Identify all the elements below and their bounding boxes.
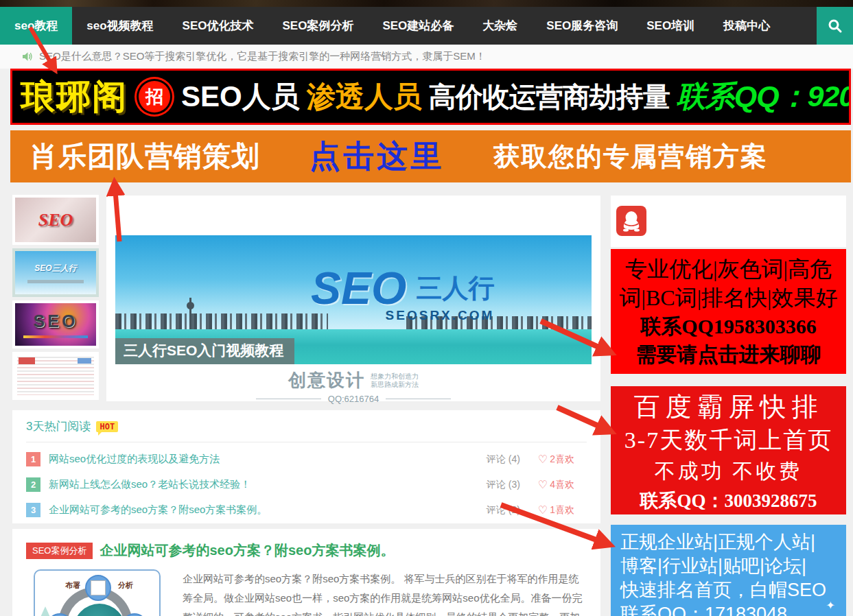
rank-badge-2: 2 <box>26 477 40 492</box>
ad-line: 不成功 不收费 <box>611 456 846 486</box>
hot-post-link-2[interactable]: 新网站上线怎么做seo？老站长说技术经验！ <box>49 478 250 491</box>
comments-link-1[interactable]: 评论 (4) <box>487 453 520 466</box>
sidebar-ad-whitehat-seo[interactable]: 正规企业站|正规个人站| 博客|行业站|贴吧|论坛| 快速排名首页，白帽SEO … <box>611 525 846 616</box>
featured-caption: 三人行SEO入门视频教程 <box>115 338 294 364</box>
thumbnail-image-serp <box>15 355 96 397</box>
hot-badge: HOT <box>96 421 118 432</box>
comments-link-2[interactable]: 评论 (3) <box>487 479 520 491</box>
thumbnail-image-seo-red: SEO <box>15 198 96 242</box>
skyline-left <box>115 313 328 331</box>
category-tag[interactable]: SEO案例分析 <box>26 543 93 559</box>
article-title-link[interactable]: 企业网站可参考的seo方案？附seo方案书案例。 <box>100 541 394 560</box>
recruit-ad-banner[interactable]: 琅琊阁 招 SEO人员 渗透人员 高价收运营商劫持量 联系QQ：9205956 <box>10 69 851 125</box>
notice-text: SEO是什么意思？SEO等于搜索引擎优化，它是基于搜索引擎的一种网络营销方式，隶… <box>39 50 486 63</box>
thumbnail-image-seo-colorful: SEO <box>15 303 96 346</box>
notice-bar: SEO是什么意思？SEO等于搜索引擎优化，它是基于搜索引擎的一种网络营销方式，隶… <box>0 45 853 69</box>
thumbnail-seo-sanrenxing-selected[interactable]: SEO三人行 <box>12 248 99 297</box>
seo-blog-homepage: seo教程 seo视频教程 SEO优化技术 SEO案例分析 SEO建站必备 大杂… <box>0 0 853 616</box>
diagram-node-top <box>85 575 111 601</box>
hot-list-item: 2 新网站上线怎么做seo？老站长说技术经验！ 评论 (3) ♡4喜欢 <box>26 472 587 497</box>
recruit-role-pentest: 渗透人员 <box>307 78 422 116</box>
thumbnail-text: SEO <box>34 311 78 331</box>
likes-link-3[interactable]: ♡1喜欢 <box>538 504 574 517</box>
marketing-team-name: 肖乐团队营销策划 <box>30 138 260 176</box>
main-nav: seo教程 seo视频教程 SEO优化技术 SEO案例分析 SEO建站必备 大杂… <box>0 7 853 45</box>
comments-link-3[interactable]: 评论 (2) <box>487 504 520 517</box>
recruit-role-seo: SEO人员 <box>181 78 300 116</box>
recruit-contact-qq: 联系QQ：9205956 <box>677 77 851 117</box>
nav-item-seo-training[interactable]: SEO培训 <box>632 7 709 45</box>
likes-link-2[interactable]: ♡4喜欢 <box>538 479 574 491</box>
thumbnail-seo-red[interactable]: SEO <box>12 195 99 245</box>
thumbnail-seo-colorful[interactable]: SEO <box>12 300 99 348</box>
watermark-tagline-1: 想象力和创造力 <box>371 372 419 381</box>
seosrx-logo: SEO 三人行 SEOSRX.COM <box>311 265 494 323</box>
ad-contact-qq: 联系QQ1958303366 <box>611 312 846 340</box>
hot-section-title: 3天热门阅读 <box>26 418 91 434</box>
diagram-label-deploy: 布署 <box>65 580 80 591</box>
ad-line: 3-7天数千词上首页 <box>611 425 846 456</box>
nav-item-seo-site-building[interactable]: SEO建站必备 <box>368 7 468 45</box>
qq-penguin-icon <box>621 210 642 232</box>
nav-item-seo-service[interactable]: SEO服务咨询 <box>532 7 632 45</box>
hot-list-item: 3 企业网站可参考的seo方案？附seo方案书案例。 评论 (2) ♡1喜欢 <box>26 497 587 523</box>
nav-item-seo-case[interactable]: SEO案例分析 <box>268 7 369 45</box>
divider <box>26 442 587 442</box>
thumbnail-text: SEO三人行 <box>34 263 76 274</box>
article-card: SEO案例分析 企业网站可参考的seo方案？附seo方案书案例。 布署 分析 企… <box>12 529 600 616</box>
rank-badge-1: 1 <box>26 452 40 466</box>
heart-icon: ♡ <box>538 454 548 465</box>
watermark-brand: 创意设计 <box>288 368 365 392</box>
marketing-benefit: 获取您的专属营销方案 <box>493 139 768 174</box>
header-background-strip <box>0 0 853 7</box>
search-button[interactable] <box>817 7 853 45</box>
thumbnail-text: SEO <box>38 210 73 230</box>
ad-contact-qq: 联系QQ：17183048 <box>620 602 846 616</box>
article-thumbnail-diagram[interactable]: 布署 分析 <box>34 569 161 616</box>
recruit-badge: 招 <box>139 81 170 112</box>
rank-badge-3: 3 <box>26 503 40 517</box>
ad-headline: 百度霸屏快排 <box>611 389 846 425</box>
hot-list-item: 1 网站seo优化过度的表现以及避免方法 评论 (4) ♡2喜欢 <box>26 447 587 472</box>
nav-item-seo-video[interactable]: seo视频教程 <box>72 7 167 45</box>
nav-item-submission[interactable]: 投稿中心 <box>709 7 784 45</box>
recruit-offer-text: 高价收运营商劫持量 <box>429 78 670 116</box>
thumbnail-list: SEO SEO三人行 SEO <box>12 195 99 403</box>
diagram-arrow-left <box>39 606 51 616</box>
sidebar-ad-gray-words[interactable]: 专业优化|灰色词|高危 词|BC词|排名快|效果好 联系QQ1958303366… <box>611 249 846 374</box>
hot-post-link-3[interactable]: 企业网站可参考的seo方案？附seo方案书案例。 <box>49 504 267 517</box>
thumbnail-serp-screenshot[interactable] <box>12 352 99 400</box>
featured-hero-image[interactable]: SEO 三人行 SEOSRX.COM 三人行SEO入门视频教程 <box>115 235 592 364</box>
ad-line: 专业优化|灰色词|高危 <box>611 254 846 283</box>
ad-line: 正规企业站|正规个人站| <box>620 530 846 554</box>
marketing-cta: 点击这里 <box>309 136 444 177</box>
sidebar-ad-baidu-ranking[interactable]: 百度霸屏快排 3-7天数千词上首页 不成功 不收费 联系QQ：300392867… <box>611 386 846 514</box>
logo-brand-text: 三人行 <box>416 271 494 306</box>
heart-icon: ♡ <box>538 505 548 516</box>
ad-line: 词|BC词|排名快|效果好 <box>611 283 846 312</box>
featured-post-card: SEO 三人行 SEOSRX.COM 三人行SEO入门视频教程 创意设计 想象力… <box>106 196 600 401</box>
tv-tower <box>189 298 191 331</box>
qq-contact-button[interactable] <box>616 206 646 236</box>
marketing-ad-banner[interactable]: 肖乐团队营销策划 点击这里 获取您的专属营销方案 <box>10 130 851 182</box>
logo-seo-text: SEO <box>311 265 406 311</box>
hot-posts-card: 3天热门阅读 HOT 1 网站seo优化过度的表现以及避免方法 评论 (4) ♡… <box>12 410 600 523</box>
nav-item-seo-tutorial[interactable]: seo教程 <box>0 7 72 45</box>
heart-icon: ♡ <box>538 479 548 490</box>
ad-line: 需要请点击进来聊聊 <box>611 340 846 368</box>
diagram-label-analyze: 分析 <box>118 580 133 591</box>
nav-item-seo-optimization[interactable]: SEO优化技术 <box>168 7 268 45</box>
likes-link-1[interactable]: ♡2喜欢 <box>538 453 574 466</box>
ad-line: 博客|行业站|贴吧|论坛| <box>620 554 846 578</box>
nav-item-misc[interactable]: 大杂烩 <box>468 7 532 45</box>
hot-post-link-1[interactable]: 网站seo优化过度的表现以及避免方法 <box>49 453 220 466</box>
watermark-tagline-2: 新思路成新方法 <box>371 381 419 389</box>
likes-count-2: 4喜欢 <box>550 479 574 491</box>
ad-contact-qq: 联系QQ：3003928675 <box>611 486 846 514</box>
ad-line: 快速排名首页，白帽SEO <box>620 578 846 602</box>
speaker-icon <box>22 51 34 62</box>
search-icon <box>828 19 843 34</box>
recruit-brand-name: 琅琊阁 <box>21 74 128 120</box>
qq-contact-card <box>611 196 846 247</box>
article-excerpt: 企业网站可参考的seo方案？附seo方案书案例。 将军与士兵的区别在于将军的作用… <box>183 569 586 616</box>
